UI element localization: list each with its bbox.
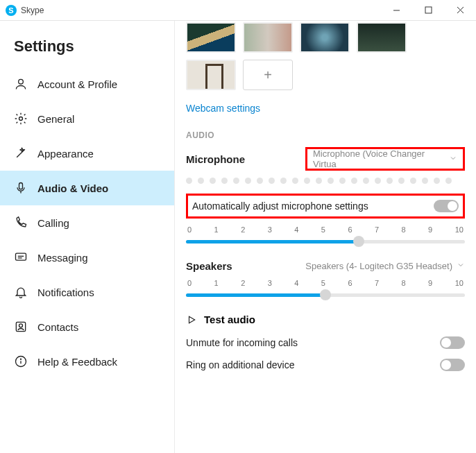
unmute-label: Unmute for incoming calls: [186, 337, 298, 348]
svg-point-4: [19, 79, 24, 84]
info-icon: [14, 354, 28, 368]
audio-section-label: AUDIO: [186, 130, 465, 140]
background-thumb[interactable]: [243, 22, 293, 53]
plus-icon: +: [264, 67, 272, 83]
phone-icon: [14, 216, 28, 230]
sidebar-item-label: Account & Profile: [37, 78, 117, 90]
background-thumb[interactable]: [357, 22, 407, 53]
person-icon: [14, 77, 28, 91]
sidebar-item-messaging[interactable]: Messaging: [0, 240, 174, 275]
sidebar-item-label: Calling: [37, 217, 69, 229]
message-icon: [14, 250, 28, 264]
auto-adjust-row-highlight: Automatically adjust microphone settings: [186, 194, 465, 219]
sidebar-item-account[interactable]: Account & Profile: [0, 67, 174, 101]
sidebar-item-label: Contacts: [37, 321, 78, 333]
ring-label: Ring on additional device: [186, 359, 294, 370]
svg-point-11: [19, 324, 23, 327]
speakers-label: Speakers: [186, 260, 232, 272]
add-background-button[interactable]: +: [243, 60, 293, 90]
sidebar-item-label: Appearance: [37, 148, 94, 160]
close-button[interactable]: [444, 0, 476, 21]
microphone-device-value: Microphone (Voice Changer Virtua: [313, 148, 449, 169]
background-thumb[interactable]: [186, 60, 236, 90]
auto-adjust-label: Automatically adjust microphone settings: [192, 200, 368, 212]
microphone-label: Microphone: [186, 153, 245, 165]
svg-rect-6: [19, 183, 23, 189]
sidebar-item-notifications[interactable]: Notifications: [0, 275, 174, 309]
sidebar-item-contacts[interactable]: Contacts: [0, 309, 174, 344]
webcam-settings-link[interactable]: Webcam settings: [186, 103, 260, 114]
svg-rect-7: [16, 253, 26, 260]
sidebar-item-label: General: [37, 113, 74, 125]
slider-ticks: 012345678910: [186, 225, 465, 234]
chevron-down-icon: [457, 261, 465, 271]
svg-marker-15: [189, 316, 195, 323]
mic-level-indicator: [186, 178, 465, 184]
mic-icon: [14, 181, 28, 195]
minimize-button[interactable]: [380, 0, 412, 21]
play-icon: [186, 314, 197, 325]
speakers-slider-knob[interactable]: [320, 289, 331, 300]
sidebar-item-label: Messaging: [37, 252, 88, 264]
settings-heading: Settings: [0, 37, 174, 67]
background-thumb[interactable]: [300, 22, 350, 53]
svg-point-14: [21, 359, 22, 359]
sidebar-item-help[interactable]: Help & Feedback: [0, 344, 174, 379]
sidebar-item-label: Notifications: [37, 287, 94, 298]
sidebar-item-label: Audio & Video: [37, 182, 108, 194]
microphone-slider: 012345678910: [186, 225, 465, 248]
sidebar-item-audio-video[interactable]: Audio & Video: [0, 171, 174, 205]
titlebar: S Skype: [0, 0, 476, 21]
background-thumb[interactable]: [186, 22, 236, 53]
skype-icon: S: [6, 5, 17, 16]
speakers-slider: 012345678910: [186, 279, 465, 301]
unmute-toggle[interactable]: [440, 336, 465, 349]
auto-adjust-toggle[interactable]: [434, 200, 459, 212]
test-audio-button[interactable]: Test audio: [186, 314, 465, 325]
sidebar: Settings Account & Profile General Appea…: [0, 21, 175, 453]
sidebar-item-calling[interactable]: Calling: [0, 205, 174, 240]
gear-icon: [14, 112, 28, 126]
content-panel: + Webcam settings AUDIO Microphone Micro…: [175, 21, 476, 453]
svg-rect-1: [425, 7, 432, 13]
speakers-device-select[interactable]: Speakers (4- Logitech G35 Headset): [305, 261, 465, 271]
sidebar-item-label: Help & Feedback: [37, 356, 117, 368]
sidebar-item-appearance[interactable]: Appearance: [0, 136, 174, 171]
svg-point-5: [19, 117, 23, 121]
bell-icon: [14, 285, 28, 299]
chevron-down-icon: [449, 154, 457, 164]
test-audio-label: Test audio: [204, 314, 255, 325]
slider-ticks: 012345678910: [186, 279, 465, 287]
speakers-device-value: Speakers (4- Logitech G35 Headset): [305, 261, 452, 271]
wand-icon: [14, 146, 28, 160]
microphone-slider-knob[interactable]: [353, 236, 364, 247]
background-thumbnails: [186, 22, 465, 53]
contacts-icon: [14, 320, 28, 334]
sidebar-item-general[interactable]: General: [0, 101, 174, 136]
ring-toggle[interactable]: [440, 359, 465, 371]
microphone-device-select[interactable]: Microphone (Voice Changer Virtua: [305, 147, 465, 171]
maximize-button[interactable]: [412, 0, 444, 21]
app-title: Skype: [21, 6, 44, 15]
